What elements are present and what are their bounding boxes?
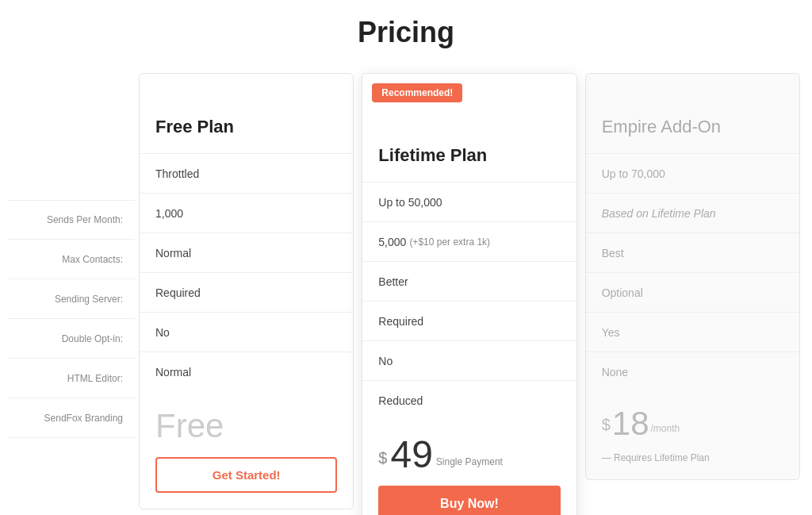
lifetime-buy-now-button[interactable]: Buy Now!	[378, 486, 560, 515]
labels-column: Sends Per Month: Max Contacts: Sending S…	[8, 73, 135, 438]
lifetime-price-amount: 49	[390, 436, 432, 474]
label-sendfox-branding: SendFox Branding	[8, 398, 135, 438]
empire-sending-server: Best	[586, 233, 799, 272]
empire-price-dollar: $	[602, 416, 611, 434]
empire-sendfox-branding: None	[586, 352, 799, 391]
label-sends-per-month: Sends Per Month:	[8, 200, 135, 240]
recommended-badge-wrapper: Recommended!	[362, 74, 576, 102]
lifetime-plan-name: Lifetime Plan	[378, 145, 560, 166]
empire-plan-column: Empire Add-On Up to 70,000 Based on Life…	[585, 73, 800, 480]
empire-max-contacts: Based on Lifetime Plan	[586, 193, 799, 233]
free-plan-footer: Free Get Started!	[140, 391, 353, 509]
free-sends-per-month: Throttled	[140, 153, 353, 193]
empire-price-amount: 18	[612, 407, 649, 440]
free-html-editor: No	[140, 312, 353, 352]
label-max-contacts: Max Contacts:	[8, 240, 135, 279]
empire-plan-name: Empire Add-On	[602, 117, 783, 137]
lifetime-sendfox-branding: Reduced	[362, 380, 576, 420]
empire-price-period: /month	[651, 423, 680, 434]
pricing-container: Sends Per Month: Max Contacts: Sending S…	[8, 73, 804, 515]
page-title: Pricing	[358, 16, 454, 49]
label-double-optin: Double Opt-in:	[8, 319, 135, 359]
free-price-label: Free	[155, 407, 224, 445]
lifetime-max-contacts: 5,000(+$10 per extra 1k)	[362, 221, 576, 261]
label-html-editor: HTML Editor:	[8, 359, 135, 398]
lifetime-price-note: Single Payment	[436, 456, 503, 467]
lifetime-double-optin: Required	[362, 301, 576, 340]
free-get-started-button[interactable]: Get Started!	[155, 457, 337, 493]
free-double-optin: Required	[140, 272, 353, 312]
free-price-display: Free	[155, 407, 224, 445]
free-max-contacts: 1,000	[140, 193, 353, 233]
empire-price-display: $ 18 /month	[602, 407, 680, 440]
lifetime-sending-server: Better	[362, 261, 576, 301]
lifetime-plan-header: Lifetime Plan	[362, 102, 576, 182]
lifetime-price-dollar: $	[378, 449, 387, 467]
label-sending-server: Sending Server:	[8, 279, 135, 319]
empire-requires-note: — Requires Lifetime Plan	[602, 452, 710, 463]
empire-html-editor: Yes	[586, 312, 799, 352]
recommended-badge: Recommended!	[372, 83, 462, 102]
empire-plan-header: Empire Add-On	[586, 74, 799, 153]
free-plan-name: Free Plan	[155, 117, 337, 137]
free-sendfox-branding: Normal	[140, 352, 353, 391]
empire-double-optin: Optional	[586, 272, 799, 312]
empire-sends-per-month: Up to 70,000	[586, 153, 799, 193]
lifetime-max-contacts-extra: (+$10 per extra 1k)	[409, 236, 490, 248]
lifetime-html-editor: No	[362, 340, 576, 380]
free-plan-header: Free Plan	[140, 74, 353, 153]
lifetime-sends-per-month: Up to 50,000	[362, 182, 576, 221]
lifetime-price-display: $ 49 Single Payment	[378, 436, 503, 474]
empire-plan-footer: $ 18 /month — Requires Lifetime Plan	[586, 391, 799, 479]
free-sending-server: Normal	[140, 233, 353, 272]
free-plan-column: Free Plan Throttled 1,000 Normal Require…	[139, 73, 354, 509]
lifetime-plan-column: Recommended! Lifetime Plan Up to 50,000 …	[362, 73, 576, 515]
lifetime-plan-footer: $ 49 Single Payment Buy Now!	[362, 420, 576, 515]
